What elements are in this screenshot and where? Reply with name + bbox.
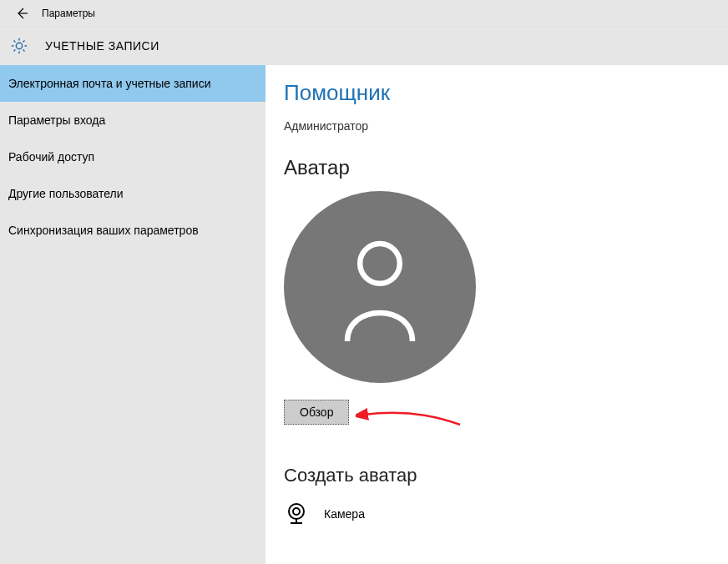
- camera-icon: [284, 501, 309, 526]
- sidebar-item-email-accounts[interactable]: Электронная почта и учетные записи: [0, 65, 265, 102]
- sidebar-item-work-access[interactable]: Рабочий доступ: [0, 138, 265, 175]
- svg-point-2: [289, 504, 304, 519]
- titlebar: Параметры: [0, 0, 728, 27]
- camera-label: Камера: [324, 507, 365, 521]
- sidebar: Электронная почта и учетные записи Парам…: [0, 65, 265, 564]
- sidebar-item-signin-options[interactable]: Параметры входа: [0, 102, 265, 138]
- main-content: Помощник Администратор Аватар Обзор Созд…: [265, 65, 728, 564]
- svg-point-3: [293, 508, 300, 515]
- arrow-left-icon: [15, 7, 28, 20]
- svg-point-1: [360, 244, 400, 284]
- sidebar-item-other-users[interactable]: Другие пользователи: [0, 175, 265, 212]
- sidebar-item-sync-settings[interactable]: Синхронизация ваших параметров: [0, 212, 265, 249]
- avatar-heading: Аватар: [284, 156, 728, 179]
- page-title: УЧЕТНЫЕ ЗАПИСИ: [45, 39, 159, 53]
- user-role: Администратор: [284, 119, 728, 133]
- annotation-arrow: [356, 404, 464, 429]
- person-icon: [334, 233, 426, 341]
- svg-point-0: [16, 43, 22, 48]
- back-button[interactable]: [7, 0, 37, 27]
- camera-option[interactable]: Камера: [284, 501, 728, 526]
- browse-button[interactable]: Обзор: [284, 400, 349, 425]
- create-avatar-heading: Создать аватар: [284, 465, 728, 486]
- user-name: Помощник: [284, 80, 728, 106]
- avatar-placeholder: [284, 191, 476, 383]
- window-title: Параметры: [42, 8, 95, 19]
- header: УЧЕТНЫЕ ЗАПИСИ: [0, 27, 728, 65]
- gear-icon: [10, 37, 28, 55]
